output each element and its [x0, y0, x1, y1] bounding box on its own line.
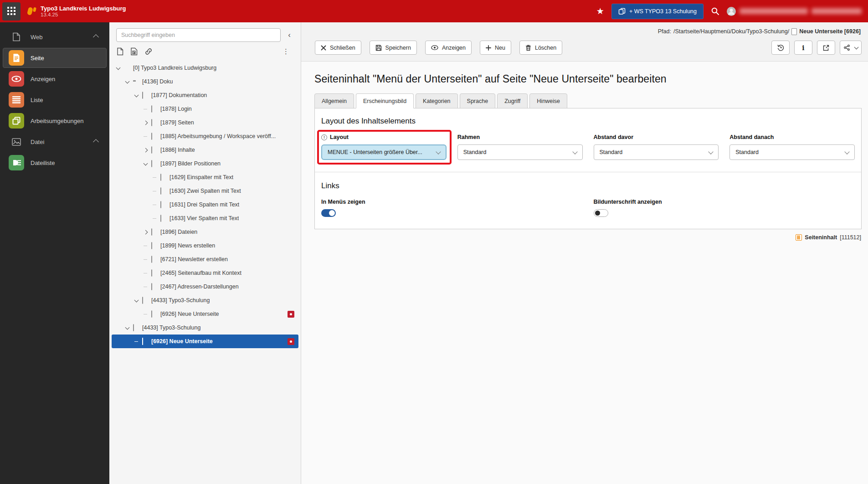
tree-item[interactable]: [1885] Arbeitsumgebung / Workspace veröf… [112, 129, 298, 143]
brand[interactable]: Typo3 Landkreis Ludwigsburg 13.4.25 [27, 5, 126, 18]
tree-item[interactable]: [6926] Neue Unterseite [112, 307, 298, 321]
expander-icon[interactable] [115, 67, 121, 69]
expander-icon[interactable] [152, 191, 157, 191]
expander-icon[interactable] [143, 109, 148, 109]
tab-allgemein[interactable]: Allgemein [314, 93, 354, 108]
module-group-web[interactable]: Web [3, 27, 107, 47]
abstand-davor-select[interactable]: Standard [594, 144, 719, 160]
expander-icon[interactable] [124, 327, 130, 329]
tree-item[interactable]: [4136] Doku [112, 75, 298, 88]
save-button[interactable]: Speichern [370, 41, 417, 55]
layout-select[interactable]: MENUE - Unterseiten größere Über... [321, 144, 447, 160]
tree-item[interactable]: [2465] Seitenaufbau mit Kontext [112, 266, 298, 280]
expander-icon[interactable] [143, 231, 148, 234]
tree-item[interactable]: [6926] Neue Unterseite [112, 335, 298, 348]
form-card: Layout des Inhaltselements ! Layout MENU… [314, 108, 862, 229]
tree-page-icon [151, 311, 157, 317]
rahmen-select[interactable]: Standard [457, 144, 583, 160]
history-button[interactable] [771, 41, 790, 55]
in-menus-toggle[interactable] [321, 209, 336, 217]
tree-item[interactable]: [1633] Vier Spalten mit Text [112, 211, 298, 225]
expander-icon[interactable] [143, 163, 148, 165]
section-heading: Links [321, 181, 855, 191]
sidebar-item-arbeitsumgebungen[interactable]: Arbeitsumgebungen [3, 111, 107, 131]
share-button[interactable] [840, 41, 862, 55]
typo3-logo [27, 6, 37, 16]
tab-erscheinungsbild[interactable]: Erscheinungsbild [356, 93, 414, 108]
user-menu[interactable] [727, 7, 862, 16]
file-module-icon [9, 134, 24, 149]
tree-filter-input[interactable] [116, 28, 281, 42]
expander-icon[interactable] [134, 299, 139, 302]
expander-icon[interactable] [143, 287, 148, 287]
sidebar-item-dateiliste[interactable]: Dateiliste [3, 153, 107, 173]
tree-item[interactable]: [1896] Dateien [112, 225, 298, 239]
new-page-drag-icon[interactable] [130, 47, 138, 56]
tree-item[interactable]: [1878] Login [112, 102, 298, 116]
tab-kategorien[interactable]: Kategorien [416, 93, 457, 108]
tree-item[interactable]: [1897] Bilder Positionen [112, 157, 298, 170]
new-button[interactable]: Neu [480, 41, 511, 55]
tree-item[interactable]: [4433] Typo3-Schulung [112, 293, 298, 307]
tree-item[interactable]: [1879] Seiten [112, 116, 298, 129]
sidebar-item-label: Seite [31, 55, 44, 62]
tree-item[interactable]: [6721] Newsletter erstellen [112, 252, 298, 266]
search-icon[interactable] [711, 7, 719, 15]
tree-item[interactable]: [1630] Zwei Spalten mit Text [112, 184, 298, 198]
sidebar-item-liste[interactable]: Liste [3, 90, 107, 110]
tree-item[interactable]: [4433] Typo3-Schulung [112, 321, 298, 335]
info-button[interactable]: i [794, 41, 812, 55]
tree-item[interactable]: [1877] Dokumentation [112, 88, 298, 102]
expander-icon[interactable] [143, 314, 148, 314]
open-external-button[interactable] [817, 41, 835, 55]
sidebar-item-seite[interactable]: Seite [3, 48, 107, 68]
workspace-button[interactable]: + WS TYPO3 13 Schulung [611, 4, 704, 19]
module-group-label: Web [31, 34, 43, 41]
view-button[interactable]: Anzeigen [425, 41, 472, 55]
sidebar-item-anzeigen[interactable]: Anzeigen [3, 69, 107, 89]
expander-icon[interactable] [143, 246, 148, 246]
more-options-icon[interactable]: ⋮ [282, 47, 296, 56]
close-icon [321, 45, 326, 51]
expander-icon[interactable] [143, 273, 148, 273]
expander-icon[interactable] [134, 341, 139, 342]
tree-item[interactable]: [1886] Inhalte [112, 143, 298, 157]
current-page[interactable]: Neue Unterseite [6926] [791, 28, 861, 35]
tree-item[interactable]: [1899] News erstellen [112, 239, 298, 252]
app-grid-icon [7, 7, 16, 15]
record-info: Seiteninhalt [111512] [301, 234, 861, 241]
app-grid-button[interactable] [2, 2, 21, 21]
expander-icon[interactable] [143, 149, 148, 152]
expander-icon[interactable] [152, 177, 157, 178]
bildunterschrift-field: Bildunterschrift anzeigen [594, 199, 719, 217]
expander-icon[interactable] [143, 136, 148, 137]
tree-item[interactable]: [1631] Drei Spalten mit Text [112, 198, 298, 211]
bildunterschrift-label: Bildunterschrift anzeigen [594, 199, 719, 205]
path-value[interactable]: /Startseite/Hauptmenü/Doku/Typo3-Schulun… [673, 28, 789, 35]
close-button[interactable]: Schließen [315, 41, 361, 55]
bookmark-star-icon[interactable]: ★ [596, 7, 604, 15]
expander-icon[interactable] [124, 81, 130, 83]
bildunterschrift-toggle[interactable] [594, 209, 608, 217]
new-page-icon[interactable] [117, 47, 123, 56]
tab-zugriff[interactable]: Zugriff [497, 93, 528, 108]
delete-button[interactable]: Löschen [519, 41, 562, 55]
collapse-tree-icon[interactable]: ‹ [282, 31, 296, 40]
expander-icon[interactable] [134, 94, 139, 97]
sidebar-item-label: Anzeigen [31, 76, 55, 82]
tree-item[interactable]: [2467] Adressen-Darstellungen [112, 280, 298, 293]
module-group-datei[interactable]: Datei [3, 132, 107, 152]
expander-icon[interactable] [152, 205, 157, 205]
expander-icon[interactable] [152, 218, 157, 219]
tree-item[interactable]: [1629] Einspalter mit Text [112, 170, 298, 184]
tab-sprache[interactable]: Sprache [460, 93, 496, 108]
expander-icon[interactable] [143, 259, 148, 260]
expander-icon[interactable] [143, 121, 148, 124]
tree-item[interactable]: [0] Typo3 Landkreis Ludwigsburg [112, 61, 298, 75]
tab-hinweise[interactable]: Hinweise [529, 93, 567, 108]
appearance-fields: ! Layout MENUE - Unterseiten größere Übe… [315, 134, 861, 160]
field-info-icon: ! [321, 134, 327, 140]
link-icon[interactable] [144, 47, 153, 56]
blurred-username [740, 8, 808, 14]
abstand-danach-select[interactable]: Standard [729, 144, 855, 160]
